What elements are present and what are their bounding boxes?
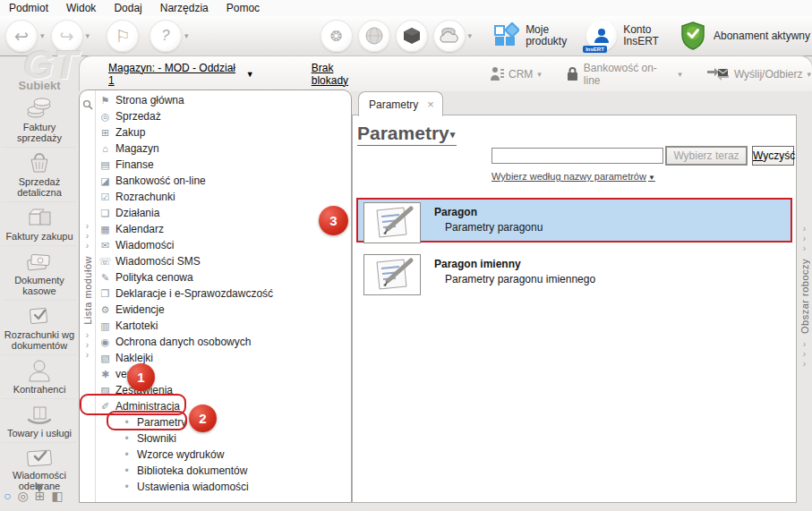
- tab-parametry[interactable]: Parametry ×: [358, 91, 443, 116]
- sidebar-item-label: Rozrachunki wg dokumentów: [2, 329, 77, 351]
- menu-widok[interactable]: Widok: [57, 1, 105, 15]
- moje-produkty-button[interactable]: Moje produkty: [492, 22, 567, 49]
- flag-button[interactable]: ⚐: [107, 20, 139, 52]
- module-item-rozrachunki[interactable]: ☑Rozrachunki: [96, 189, 350, 205]
- module-item-dzialania[interactable]: ❏Działania: [96, 205, 350, 221]
- chevron-icon: ›: [86, 330, 89, 340]
- sidebar-item-kontrahenci[interactable]: Kontrahenci: [2, 355, 77, 399]
- module-item-biblioteka[interactable]: •Biblioteka dokumentów: [96, 463, 350, 479]
- database-dropdown[interactable]: ▾: [468, 31, 473, 40]
- module-label: Polityka cenowa: [115, 271, 193, 284]
- help-icon: ?: [162, 28, 170, 44]
- module-item-bankowosc[interactable]: ◪Bankowość on-line: [96, 173, 350, 189]
- sidebar-item-faktury-sprzedazy[interactable]: Faktury sprzedaży: [2, 93, 77, 148]
- products-grid-icon: [492, 22, 519, 49]
- brak-blokady-link[interactable]: Brak blokady: [312, 62, 373, 87]
- module-label: Deklaracje i e-Sprawozdawczość: [115, 287, 273, 300]
- wyslij-dropdown-icon: ▾: [807, 70, 811, 79]
- module-item-sprzedaz[interactable]: ◎Sprzedaż: [96, 108, 350, 124]
- back-dropdown[interactable]: ▾: [40, 31, 45, 40]
- gear-dots-icon: ❂: [330, 28, 342, 45]
- chevron-icon: ›: [803, 349, 806, 359]
- sidebar-item-faktury-zakupu[interactable]: Faktury zakupu: [2, 202, 77, 246]
- module-item-kalendarz[interactable]: ▦Kalendarz: [96, 221, 350, 237]
- sidebar-item-rozrachunki[interactable]: Rozrachunki wg dokumentów: [2, 301, 77, 355]
- filter-by-name-link[interactable]: Wybierz według nazwy parametrów▼: [491, 171, 655, 182]
- database-cloud-button[interactable]: [433, 20, 466, 52]
- module-label: Kalendarz: [115, 223, 164, 235]
- module-item-strona-glowna[interactable]: ⚑Strona główna: [96, 92, 350, 108]
- magazyn-link[interactable]: Magazyn: - MOD - Oddział 1: [108, 62, 244, 87]
- list-item-paragon[interactable]: Paragon Parametry paragonu: [356, 198, 792, 243]
- abonament-button[interactable]: Abonament aktywny: [679, 21, 810, 51]
- wyslij-label: Wyślij/Odbierz: [734, 68, 803, 81]
- mini-module-selected-icon[interactable]: ○: [4, 489, 11, 503]
- wybierz-teraz-button[interactable]: Wybierz teraz: [665, 146, 748, 166]
- module-icon: ✉: [98, 240, 112, 251]
- module-item-naklejki[interactable]: ▧Naklejki: [96, 350, 350, 366]
- list-item-title: Paragon imienny: [434, 258, 595, 270]
- help-button[interactable]: ?: [150, 20, 182, 52]
- module-item-wiadomosci-sms[interactable]: ☏Wiadomości SMS: [96, 253, 350, 269]
- module-item-wzorce-wydrukow[interactable]: •Wzorce wydruków: [96, 447, 350, 463]
- menu-podmiot[interactable]: Podmiot: [0, 1, 57, 15]
- sidebar-item-sprzedaz-detaliczna[interactable]: Sprzedaż detaliczna: [2, 148, 77, 202]
- forward-dropdown[interactable]: ▾: [86, 31, 90, 40]
- annotation-step-2: 2: [189, 405, 217, 432]
- menu-narzedzia[interactable]: Narzędzia: [151, 1, 218, 15]
- wyslij-odbierz-button[interactable]: Wyślij/Odbierz ▾: [706, 66, 812, 82]
- bankowosc-label: Bankowość on-line: [584, 62, 674, 87]
- sidebar-item-towary[interactable]: Towary i usługi: [2, 399, 77, 443]
- chevron-icon: ›: [803, 339, 806, 349]
- mini-module-sales-icon[interactable]: ◎: [17, 489, 28, 503]
- module-item-zakup[interactable]: ⊞Zakup: [96, 124, 350, 141]
- mini-module-warehouse-icon[interactable]: ◧: [51, 489, 63, 503]
- list-item-paragon-imienny[interactable]: Paragon imienny Parametry paragonu imien…: [363, 251, 791, 299]
- module-item-slowniki[interactable]: •Słowniki: [96, 430, 350, 447]
- online-sphere-button[interactable]: [358, 20, 390, 52]
- konto-insert-button[interactable]: InsERT Konto InsERT: [586, 21, 659, 51]
- services-button[interactable]: ❂: [321, 20, 353, 52]
- module-item-wiadomosci[interactable]: ✉Wiadomości: [96, 237, 350, 253]
- purchase-invoices-icon: [24, 205, 55, 230]
- cube-button[interactable]: [396, 20, 428, 52]
- bullet-icon: •: [120, 481, 133, 493]
- module-icon: ❏: [98, 208, 112, 219]
- menu-dodaj[interactable]: Dodaj: [105, 1, 150, 15]
- sidebar-item-dokumenty-kasowe[interactable]: Dokumenty kasowe: [2, 246, 77, 301]
- magazyn-caret-icon[interactable]: ▼: [246, 70, 254, 79]
- module-label: Wiadomości SMS: [115, 255, 201, 268]
- module-item-ochrona-danych[interactable]: ◉Ochrona danych osobowych: [96, 334, 350, 350]
- sidebar-item-label: Towary i usługi: [7, 428, 72, 439]
- module-icon: ▥: [98, 320, 112, 332]
- module-icon: ☑: [98, 192, 112, 203]
- module-icon: ◉: [98, 336, 112, 348]
- main-toolbar: ↩ ▾ ↪ ▾ ⚐ ? ▾ ❂ ▾: [0, 16, 812, 56]
- wyczysc-button[interactable]: Wyczyść: [752, 146, 794, 166]
- module-icon: ❒: [98, 288, 112, 300]
- module-item-ustawienia-wiadomosci[interactable]: •Ustawienia wiadomości: [96, 479, 350, 495]
- module-item-polityka-cenowa[interactable]: ✎Polityka cenowa: [96, 269, 350, 285]
- pin-icon[interactable]: [82, 98, 93, 114]
- application-window: Podmiot Widok Dodaj Narzędzia Pomoc ↩ ▾ …: [0, 0, 812, 511]
- parameter-search-input[interactable]: [491, 148, 663, 164]
- module-item-ewidencje[interactable]: ⚙Ewidencje: [96, 302, 350, 318]
- module-item-finanse[interactable]: ▤Finanse: [96, 157, 350, 173]
- shield-check-icon: [679, 21, 707, 51]
- help-dropdown[interactable]: ▾: [184, 31, 189, 40]
- module-list-strip[interactable]: › › › Lista modułów › › ›: [80, 90, 96, 502]
- workspace-vertical-label: Obszar roboczy: [799, 259, 810, 334]
- bullet-icon: •: [120, 464, 133, 477]
- module-item-kartoteki[interactable]: ▥Kartoteki: [96, 318, 350, 334]
- tab-close-icon[interactable]: ×: [427, 98, 434, 111]
- module-icon: ⚙: [98, 304, 112, 316]
- bankowosc-button[interactable]: Bankowość on-line ▾: [566, 62, 683, 87]
- crm-button[interactable]: CRM ▾: [490, 66, 543, 82]
- workspace-strip[interactable]: › › › Obszar roboczy › › ›: [797, 89, 812, 503]
- page-title[interactable]: Parametry▾: [357, 123, 457, 146]
- filter-link-text: Wybierz według nazwy parametrów: [491, 171, 646, 182]
- mini-module-purchase-icon[interactable]: ⊞: [35, 489, 46, 503]
- menu-pomoc[interactable]: Pomoc: [218, 1, 269, 15]
- module-item-deklaracje[interactable]: ❒Deklaracje i e-Sprawozdawczość: [96, 285, 350, 302]
- module-item-magazyn[interactable]: ⌂Magazyn: [96, 141, 350, 157]
